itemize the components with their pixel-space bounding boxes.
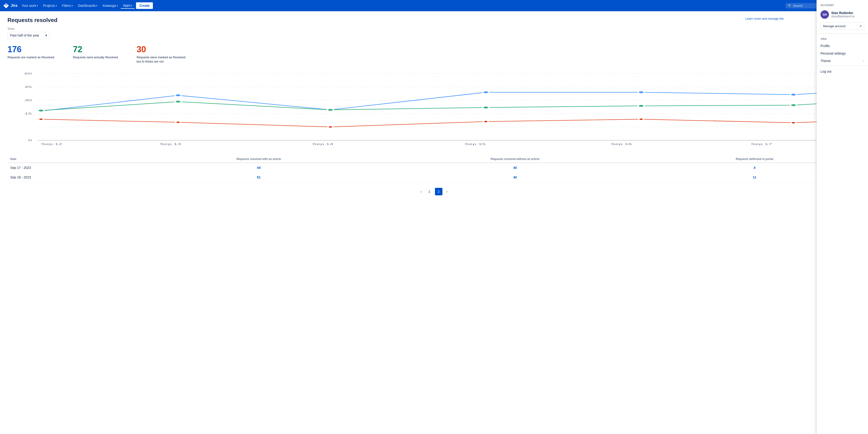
- row1-date: Sep 17 - 2023: [7, 163, 136, 173]
- svg-text:Sep 17: Sep 17: [751, 143, 772, 146]
- jira-section-label: JIRA: [817, 35, 868, 42]
- svg-text:Sep 15: Sep 15: [464, 143, 486, 146]
- divider: [817, 33, 868, 34]
- svg-point-34: [328, 126, 333, 128]
- account-dropdown: ACCOUNT SR Stas Rudenko stasr@petreport.…: [816, 0, 868, 201]
- stat-label-176: Requests are marked as Resolved: [7, 55, 54, 59]
- search-icon: 🔍: [788, 4, 792, 7]
- learn-more-link[interactable]: Learn more and manage the: [745, 17, 784, 20]
- page-title: Requests resolved: [7, 17, 861, 23]
- svg-text:Sep 14: Sep 14: [312, 143, 333, 146]
- chevron-right-icon: ›: [863, 59, 864, 62]
- logout-menu-item[interactable]: Log out: [817, 68, 868, 75]
- svg-point-30: [790, 104, 797, 106]
- nav-filters[interactable]: Filters ▾: [60, 3, 75, 8]
- nav-dashboards[interactable]: Dashboards ▾: [75, 3, 100, 8]
- dropdown-value: Past half of the year: [10, 33, 39, 37]
- line-chart: 60 45 30 15 0 Sep 12 Sep 13 Sep 14 Sep 1…: [7, 71, 861, 146]
- col-date: Date: [7, 155, 136, 163]
- main-content: Requests resolved Learn more and manage …: [0, 11, 868, 201]
- svg-text:30: 30: [24, 99, 32, 102]
- divider-2: [817, 65, 868, 66]
- svg-text:15: 15: [24, 112, 32, 115]
- chart-svg: 60 45 30 15 0 Sep 12 Sep 13 Sep 14 Sep 1…: [7, 71, 861, 146]
- account-name-email: Stas Rudenko stasr@petreport.ai: [831, 11, 855, 18]
- logout-label: Log out: [820, 69, 832, 73]
- svg-point-32: [39, 118, 43, 120]
- svg-point-23: [790, 93, 797, 96]
- svg-point-35: [484, 121, 488, 122]
- nav-items: Your work ▾ Projects ▾ Filters ▾ Dashboa…: [19, 2, 785, 9]
- show-label: Show: [7, 27, 861, 30]
- svg-point-37: [791, 122, 796, 124]
- svg-point-27: [328, 109, 334, 111]
- table-row: Sep 18 - 2023 51 40 11: [7, 173, 861, 182]
- stat-value-72: 72: [73, 45, 118, 54]
- svg-point-22: [638, 91, 644, 93]
- theme-label: Theme: [820, 59, 831, 63]
- stat-label-72: Requests were actually Resolved: [73, 55, 118, 59]
- svg-point-25: [38, 109, 44, 112]
- nav-your-work[interactable]: Your work ▾: [19, 3, 40, 8]
- row2-col2: 51: [136, 173, 381, 182]
- time-period-dropdown[interactable]: Past half of the year ▾: [7, 32, 50, 39]
- profile-label: Profile: [820, 44, 830, 48]
- table-row: Sep 17 - 2023 44 40 4: [7, 163, 861, 173]
- svg-text:60: 60: [24, 72, 32, 75]
- account-name: Stas Rudenko: [831, 11, 855, 15]
- stat-value-176: 176: [7, 45, 54, 54]
- stats-row: 176 Requests are marked as Resolved 72 R…: [7, 45, 861, 64]
- row1-col3: 40: [381, 163, 649, 173]
- svg-text:Sep 13: Sep 13: [160, 143, 181, 146]
- col-with-article: Requests resolved with an article: [136, 155, 381, 163]
- next-page-button[interactable]: ›: [444, 189, 449, 195]
- navbar: Jira Your work ▾ Projects ▾ Filters ▾ Da…: [0, 0, 868, 11]
- page-2-button[interactable]: 2: [435, 188, 442, 195]
- profile-menu-item[interactable]: Profile: [817, 42, 868, 50]
- prev-page-button[interactable]: ‹: [419, 189, 424, 195]
- account-avatar: SR: [820, 10, 829, 19]
- page-1-button[interactable]: 1: [426, 188, 433, 195]
- manage-account-button[interactable]: Manage account ↗: [820, 23, 864, 30]
- theme-menu-item[interactable]: Theme ›: [817, 57, 868, 65]
- account-user-info: SR Stas Rudenko stasr@petreport.ai: [817, 8, 868, 23]
- nav-apps[interactable]: Apps ▾: [121, 3, 135, 9]
- personal-settings-label: Personal settings: [820, 52, 845, 55]
- svg-text:Sep 12: Sep 12: [41, 143, 62, 146]
- stat-ai-not-resolved: 30 Requests were marked as Resolvedbut A…: [137, 45, 186, 64]
- nav-projects[interactable]: Projects ▾: [41, 3, 59, 8]
- stat-value-30: 30: [137, 45, 186, 54]
- chevron-down-icon: ▾: [96, 4, 97, 7]
- jira-logo[interactable]: Jira: [3, 2, 17, 9]
- account-email: stasr@petreport.ai: [831, 15, 855, 18]
- svg-point-21: [483, 91, 489, 93]
- chevron-down-icon: ▾: [117, 4, 118, 7]
- stat-resolved-marked: 176 Requests are marked as Resolved: [7, 45, 54, 64]
- nav-komandi[interactable]: Команди ▾: [100, 3, 120, 8]
- chevron-down-icon: ▾: [45, 33, 47, 37]
- svg-point-33: [176, 121, 181, 123]
- pagination: ‹ 1 2 ›: [7, 188, 861, 195]
- stat-actually-resolved: 72 Requests were actually Resolved: [73, 45, 118, 64]
- data-table: Date Requests resolved with an article R…: [7, 155, 861, 182]
- personal-settings-menu-item[interactable]: Personal settings: [817, 50, 868, 57]
- svg-point-28: [483, 106, 489, 109]
- logo-text: Jira: [11, 3, 17, 8]
- chevron-down-icon: ▾: [131, 4, 132, 7]
- create-button[interactable]: Create: [136, 2, 153, 9]
- row2-col3: 40: [381, 173, 649, 182]
- svg-point-36: [639, 118, 644, 120]
- svg-text:Sep 16: Sep 16: [611, 143, 632, 146]
- search-placeholder: Search: [793, 4, 803, 7]
- account-section-label: ACCOUNT: [817, 0, 868, 8]
- chevron-down-icon: ▾: [56, 4, 57, 7]
- svg-text:0: 0: [28, 139, 32, 142]
- stat-label-30: Requests were marked as Resolvedbut AI t…: [137, 55, 186, 64]
- external-link-icon: ↗: [859, 24, 862, 28]
- row1-col2: 44: [136, 163, 381, 173]
- chevron-down-icon: ▾: [72, 4, 73, 7]
- svg-point-26: [175, 100, 181, 103]
- svg-point-19: [175, 94, 181, 96]
- col-without-article: Requests resolved without an article: [381, 155, 649, 163]
- svg-point-29: [638, 105, 644, 107]
